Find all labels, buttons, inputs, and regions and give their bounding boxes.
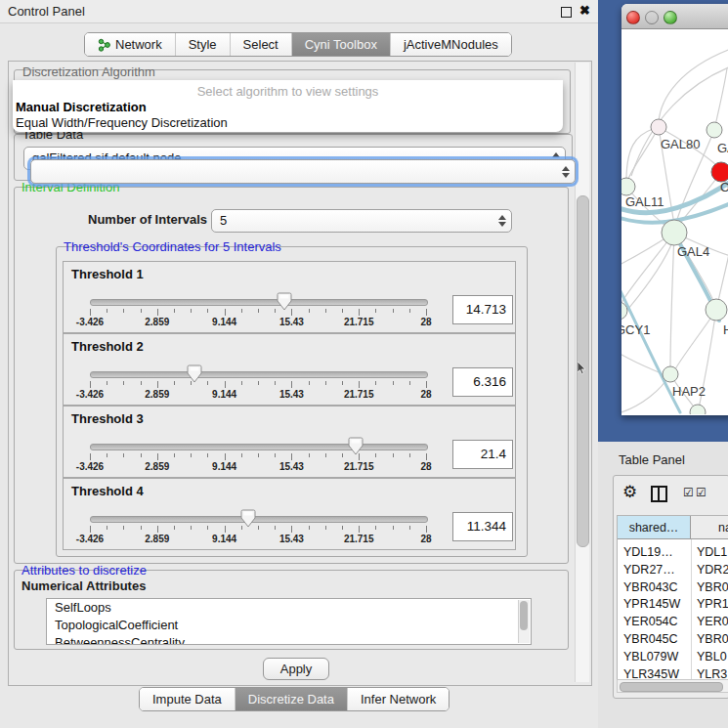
slider-track[interactable] (90, 444, 428, 450)
slider-handle[interactable] (187, 364, 202, 384)
attribute-item-betweennesscentrality[interactable]: BetweennessCentrality (47, 634, 531, 645)
threshold-value-input[interactable]: 21.4 (452, 440, 513, 469)
tab-select[interactable]: Select (231, 33, 292, 56)
slider-tick (90, 381, 91, 388)
tab-style[interactable]: Style (176, 33, 231, 56)
gal80-node[interactable] (651, 119, 666, 135)
node-label-ga: GA (717, 141, 728, 155)
cell-shared-name[interactable]: YER054C (623, 613, 678, 630)
algorithm-combo[interactable] (30, 159, 576, 184)
tab-jactivemnodules[interactable]: jActiveMNodules (391, 33, 511, 56)
cell-shared-name[interactable]: YDR27… (623, 561, 675, 578)
slider-handle[interactable] (348, 437, 364, 456)
mac-minimize-icon[interactable] (645, 11, 659, 24)
scrollbar-thumb[interactable] (620, 682, 723, 692)
table-row[interactable]: YBR043CYBR0 (618, 578, 728, 596)
slider-track[interactable] (90, 371, 428, 378)
node-label-hap2: HAP2 (672, 384, 706, 399)
table-row[interactable]: YPR145WYPR1 (618, 595, 728, 613)
cell-shared-name[interactable]: YBR043C (623, 578, 678, 596)
cell-name[interactable]: YDL1 (697, 543, 727, 561)
slider-tick (258, 526, 259, 530)
cell-shared-name[interactable]: YDL19… (623, 543, 673, 561)
gal11-node[interactable] (621, 178, 635, 195)
network-canvas[interactable]: GAL80GACGAL11GAL4GCY1HHAP2 (621, 29, 728, 414)
cell-shared-name[interactable]: YPR145W (623, 595, 680, 613)
network-window-titlebar[interactable] (621, 4, 728, 29)
cell-name[interactable]: YPR1 (697, 595, 728, 613)
table-row[interactable]: YBR045CYBR0 (618, 630, 728, 648)
slider-tick (123, 381, 124, 385)
dropdown-option-equal-width[interactable]: Equal Width/Frequency Discretization (16, 115, 228, 130)
slider-tick (174, 309, 175, 313)
float-window-icon[interactable] (561, 7, 572, 18)
table-hscrollbar[interactable] (617, 679, 728, 693)
attribute-item-topologicalcoefficient[interactable]: TopologicalCoefficient (47, 617, 531, 634)
selected-red-node[interactable] (711, 162, 728, 182)
table-row[interactable]: YBL079WYBL0 (618, 648, 728, 665)
top-tab-bar: NetworkStyleSelectCyni ToolboxjActiveMNo… (84, 32, 512, 57)
numerical-attributes-list[interactable]: SelfLoopsTopologicalCoefficientBetweenne… (46, 598, 532, 645)
checkbox-icon[interactable]: ☑ (696, 486, 707, 499)
cell-name[interactable]: YBR0 (697, 578, 728, 596)
slider-tick (241, 309, 242, 313)
combo-arrows-icon[interactable] (497, 215, 506, 227)
table-row[interactable]: YDR27…YDR2 (618, 561, 728, 578)
split-columns-icon[interactable] (651, 486, 667, 502)
slider-tick (123, 526, 124, 530)
tab-infer-network[interactable]: Infer Network (348, 688, 449, 710)
cell-name[interactable]: YBR0 (697, 630, 728, 648)
bottom-node[interactable] (690, 405, 706, 414)
number-of-intervals-combo[interactable]: 5 (211, 209, 512, 233)
interval-definition-group: Interval Definition Number of Intervals … (14, 187, 569, 564)
tab-cyni-toolbox[interactable]: Cyni Toolbox (292, 33, 391, 56)
tab-network[interactable]: Network (85, 33, 176, 56)
combo-arrows-icon[interactable] (561, 166, 570, 178)
right-node[interactable] (706, 299, 727, 321)
numerical-attributes-label: Numerical Attributes (21, 578, 146, 593)
slider-handle[interactable] (277, 292, 292, 312)
cell-name[interactable]: YDR2 (697, 561, 728, 578)
gear-icon[interactable]: ⚙ (622, 482, 637, 502)
checkbox-icon[interactable]: ☑ (683, 486, 694, 499)
node-table: shared… na YDL19…YDL1YDR27…YDR2YBR043CYB… (617, 515, 728, 681)
table-panel-section: Table Panel ⚙ ☑ ☑ shared… na YDL19…YDL1Y… (598, 442, 728, 728)
table-row[interactable]: YDL19…YDL1 (618, 543, 728, 561)
slider-track[interactable] (90, 516, 428, 523)
slider-tick (275, 526, 276, 530)
mac-close-icon[interactable] (626, 11, 640, 24)
slider-tick (123, 453, 124, 457)
slider-tick (291, 381, 292, 388)
cell-name[interactable]: YER0 (697, 613, 728, 630)
tick-label: 28 (420, 389, 431, 400)
table-row[interactable]: YER054CYER0 (618, 613, 728, 630)
slider-tick (393, 453, 394, 457)
slider-track[interactable] (90, 299, 428, 306)
gal4-node[interactable] (662, 220, 687, 245)
dropdown-option-manual-discretization[interactable]: Manual Discretization (16, 100, 147, 114)
column-header-shared[interactable]: shared… (618, 516, 691, 539)
cell-shared-name[interactable]: YBR045C (623, 630, 678, 648)
threshold-value-input[interactable]: 11.344 (452, 512, 513, 541)
cell-shared-name[interactable]: YBL079W (623, 648, 678, 665)
threshold-value-input[interactable]: 6.316 (452, 367, 513, 397)
threshold-value-input[interactable]: 14.713 (452, 295, 513, 324)
cell-name[interactable]: YBL0 (697, 648, 727, 665)
attribute-item-selfloops[interactable]: SelfLoops (47, 599, 531, 617)
slider-handle[interactable] (240, 509, 256, 529)
tick-label: -3.426 (76, 389, 104, 400)
network-window: GAL80GACGAL11GAL4GCY1HHAP2 (621, 4, 728, 415)
apply-button[interactable]: Apply (263, 658, 329, 680)
slider-tick (157, 526, 158, 533)
mac-zoom-icon[interactable] (664, 11, 677, 24)
tick-label: 28 (420, 461, 431, 472)
tab-impute-data[interactable]: Impute Data (140, 688, 236, 710)
hap2-node[interactable] (663, 366, 678, 382)
slider-tick (225, 381, 226, 388)
close-icon[interactable]: ✖ (579, 3, 590, 18)
network-edge (631, 66, 728, 176)
column-header-name[interactable]: na (691, 516, 728, 539)
top-right-node[interactable] (707, 122, 722, 138)
tab-discretize-data[interactable]: Discretize Data (236, 688, 348, 710)
list-scrollbar[interactable] (518, 600, 530, 643)
